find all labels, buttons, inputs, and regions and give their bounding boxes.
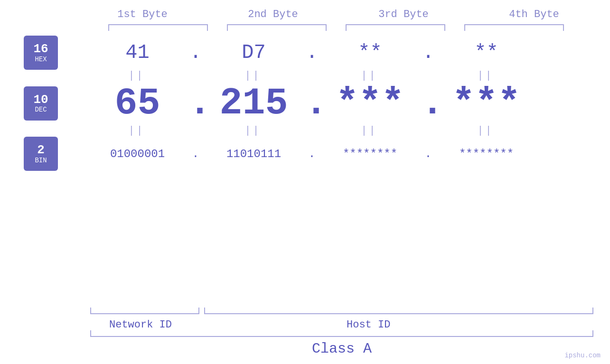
bracket-byte1 xyxy=(108,24,208,31)
bin-dot1: . xyxy=(188,148,203,160)
bin-row: 2 BIN 01000001 . 11010111 . ******** . *… xyxy=(24,137,610,171)
dec-byte2: 215 xyxy=(203,82,305,125)
dec-dot2: . xyxy=(305,82,319,125)
host-bracket xyxy=(204,308,593,314)
dec-dot3: . xyxy=(421,82,435,125)
byte1-header: 1st Byte xyxy=(90,9,195,20)
hex-values: 41 . D7 . ** . ** xyxy=(86,41,610,64)
sep3: || xyxy=(318,70,420,82)
network-id-label: Network ID xyxy=(109,319,172,331)
bin-values: 01000001 . 11010111 . ******** . *******… xyxy=(86,148,610,160)
bin-dot2: . xyxy=(305,148,319,160)
top-brackets xyxy=(77,20,600,31)
byte4-header: 4th Byte xyxy=(482,9,586,20)
sep2: || xyxy=(202,70,304,82)
dec-values: 65 . 215 . *** . *** xyxy=(86,82,610,125)
bin-byte4: ******** xyxy=(435,148,537,160)
hex-row: 16 HEX 41 . D7 . ** . ** xyxy=(24,36,610,70)
dec-byte3: *** xyxy=(319,82,421,125)
class-bracket xyxy=(90,330,593,337)
sep-dec-bin: || || || || xyxy=(85,125,608,137)
hex-dot3: . xyxy=(421,41,435,64)
byte3-header: 3rd Byte xyxy=(351,9,456,20)
dec-badge: 10 DEC xyxy=(24,86,58,121)
sep4: || xyxy=(434,70,536,82)
network-host-brackets xyxy=(90,308,593,314)
hex-byte3: ** xyxy=(319,41,421,64)
sep1: || xyxy=(85,70,188,82)
hex-dot1: . xyxy=(188,41,203,64)
bottom-area: Network ID Host ID Class A xyxy=(0,279,610,364)
hex-dot2: . xyxy=(305,41,319,64)
bin-byte2: 11010111 xyxy=(203,148,305,160)
bin-byte1: 01000001 xyxy=(86,148,188,160)
data-grid: 16 HEX 41 . D7 . ** . ** || || || || xyxy=(0,36,610,171)
sep-hex-dec: || || || || xyxy=(85,70,608,82)
bracket-byte2 xyxy=(227,24,327,31)
dec-byte1: 65 xyxy=(86,82,188,125)
dec-row: 10 DEC 65 . 215 . *** . *** xyxy=(24,82,610,125)
main-container: 1st Byte 2nd Byte 3rd Byte 4th Byte 16 H… xyxy=(0,0,610,364)
hex-byte1: 41 xyxy=(86,41,188,64)
network-bracket xyxy=(90,308,199,314)
sep5: || xyxy=(85,125,188,137)
class-area: Class A xyxy=(90,330,593,357)
sep8: || xyxy=(434,125,536,137)
bin-dot3: . xyxy=(421,148,435,160)
dec-byte4: *** xyxy=(435,82,537,125)
host-id-label: Host ID xyxy=(347,319,390,331)
class-label: Class A xyxy=(312,341,372,357)
hex-badge: 16 HEX xyxy=(24,36,58,70)
bin-badge: 2 BIN xyxy=(24,137,58,171)
sep7: || xyxy=(318,125,420,137)
sep6: || xyxy=(202,125,304,137)
byte-headers: 1st Byte 2nd Byte 3rd Byte 4th Byte xyxy=(77,0,600,20)
watermark: ipshu.com xyxy=(564,352,601,359)
hex-byte4: ** xyxy=(435,41,537,64)
dec-dot1: . xyxy=(188,82,203,125)
bracket-byte4 xyxy=(464,24,564,31)
hex-byte2: D7 xyxy=(203,41,305,64)
byte2-header: 2nd Byte xyxy=(221,9,325,20)
bin-byte3: ******** xyxy=(319,148,421,160)
bracket-byte3 xyxy=(346,24,445,31)
